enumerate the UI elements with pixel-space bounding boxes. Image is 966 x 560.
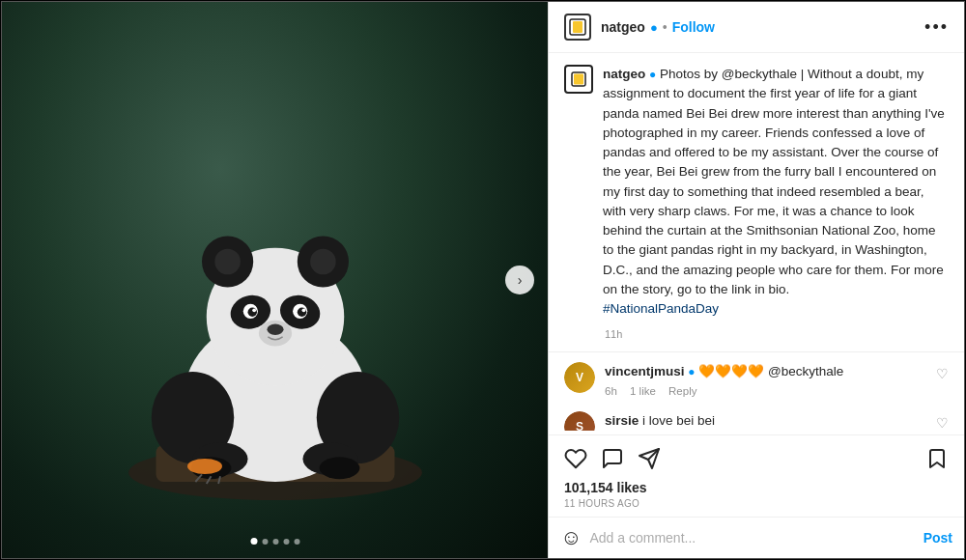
caption-area: natgeo ● Photos by @beckythale | Without… [549,53,964,326]
bookmark-button[interactable] [925,447,949,476]
comment-1-verified: ● [688,365,695,378]
comment-1-meta: 6h 1 like Reply [605,383,949,400]
treat-detail [185,457,224,476]
comment-2-text: i love bei bei [642,413,715,428]
caption-username[interactable]: natgeo [603,67,645,81]
post-comment-button[interactable]: Post [923,530,952,546]
heart-icon [564,447,587,470]
dot-3[interactable] [272,539,278,545]
comment-2: S sirsie i love bei bei 10h 1 like Reply… [549,406,964,431]
svg-point-9 [319,457,359,479]
comment-1-content: vincentjmusi ● 🧡🧡🧡🧡 @beckythale 6h 1 lik… [605,362,949,400]
svg-point-27 [267,324,283,335]
svg-point-17 [310,249,336,275]
emoji-button[interactable]: ☺ [560,525,582,550]
post-body: natgeo ● Photos by @beckythale | Without… [549,53,964,431]
comment-2-avatar[interactable]: S [564,411,595,431]
header-avatar[interactable] [564,14,591,41]
comment-input-area: ☺ Post [549,517,964,558]
header-verified-icon: ● [650,20,658,35]
panda-illustration [92,133,459,500]
likes-count: 101,154 likes [549,480,964,497]
actions-bar [549,439,964,480]
like-button[interactable] [564,447,587,476]
caption-avatar[interactable] [564,65,593,94]
comment-1-time: 6h [605,385,617,397]
share-button[interactable] [638,447,661,476]
dot-5[interactable] [294,539,299,545]
caption-time: 11h [549,326,964,348]
svg-point-22 [247,308,257,318]
bookmark-icon [925,447,949,470]
comment-2-heart-icon[interactable]: ♡ [936,415,949,431]
divider-1 [549,351,964,352]
svg-point-16 [214,249,241,275]
actions-divider [549,434,964,435]
caption-natgeo-logo [571,71,586,87]
comment-1-username[interactable]: vincentjmusi [605,364,685,378]
post-time: 11 HOURS AGO [549,497,964,517]
more-options-button[interactable]: ••• [924,17,949,38]
comment-1-avatar[interactable]: V [564,362,595,393]
app-frame: › natgeo ● • Follow •• [1,1,965,559]
comment-1: V vincentjmusi ● 🧡🧡🧡🧡 @beckythale 6h 1 l… [549,356,964,406]
vincent-avatar-img: V [564,362,595,393]
caption-text-area: natgeo ● Photos by @beckythale | Without… [603,65,949,319]
follow-button[interactable]: Follow [672,19,715,35]
svg-point-24 [252,308,256,312]
svg-rect-30 [573,21,582,33]
comment-2-username[interactable]: sirsie [605,413,639,428]
dot-2[interactable] [262,539,268,545]
next-image-button[interactable]: › [505,266,534,294]
post-header: natgeo ● • Follow ••• [549,2,964,53]
image-dots [250,538,299,545]
comment-2-content: sirsie i love bei bei 10h 1 like Reply S… [605,411,949,431]
image-panel: › [2,2,548,558]
comment-button[interactable] [601,447,624,476]
comment-1-text: 🧡🧡🧡🧡 @beckythale [698,364,843,378]
svg-point-28 [187,459,222,474]
speech-bubble-icon [601,447,624,470]
header-name-area: natgeo ● • Follow [601,19,915,35]
comment-1-likes: 1 like [630,385,656,397]
comment-1-heart-icon[interactable]: ♡ [936,366,949,381]
header-separator: • [663,19,668,35]
share-icon [638,447,661,470]
dot-4[interactable] [283,539,289,545]
dot-1[interactable] [250,538,257,545]
caption-verified-icon: ● [649,68,656,81]
svg-rect-32 [574,74,583,85]
caption-body: natgeo ● Photos by @beckythale | Without… [603,67,945,316]
natgeo-logo-icon [569,18,586,36]
panda-photo [2,2,548,558]
comment-input[interactable] [589,530,915,546]
header-username[interactable]: natgeo [601,19,645,35]
caption-hashtag[interactable]: #NationalPandaDay [603,301,719,316]
caption-content: Photos by @beckythale | Without a doubt,… [603,67,945,296]
sirsie-avatar-img: S [564,411,595,431]
comment-1-reply[interactable]: Reply [668,385,696,397]
svg-point-25 [301,308,305,312]
svg-point-23 [297,308,306,318]
content-panel: natgeo ● • Follow ••• natgeo [548,2,964,558]
